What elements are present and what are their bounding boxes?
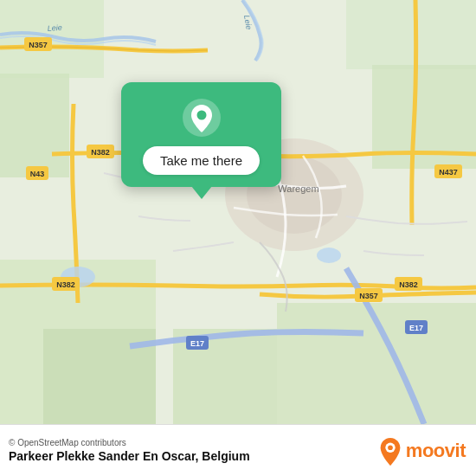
moovit-logo: moovit (378, 436, 466, 466)
place-name: Parkeer Plekke Sander En Oscar, Belgium (9, 449, 250, 463)
svg-text:N437: N437 (439, 168, 458, 177)
bottom-info: © OpenStreetMap contributors Parkeer Ple… (9, 438, 250, 463)
svg-text:Leie: Leie (47, 23, 62, 33)
map-container: N357 N382 N43 N382 N357 N437 E17 E17 N38… (0, 0, 476, 424)
moovit-brand-text: moovit (406, 440, 466, 462)
location-popup[interactable]: Take me there (121, 82, 281, 187)
moovit-pin-icon (378, 436, 402, 466)
bottom-bar: © OpenStreetMap contributors Parkeer Ple… (0, 424, 476, 476)
svg-text:E17: E17 (190, 339, 204, 348)
svg-text:E17: E17 (409, 324, 423, 332)
svg-point-37 (388, 445, 393, 450)
svg-text:Waregem: Waregem (278, 183, 318, 194)
svg-point-35 (196, 111, 206, 120)
svg-text:N43: N43 (30, 170, 45, 178)
take-me-there-button[interactable]: Take me there (143, 146, 260, 175)
osm-attribution: © OpenStreetMap contributors (9, 438, 250, 447)
svg-rect-3 (346, 0, 476, 69)
svg-point-12 (317, 248, 341, 263)
pin-icon (182, 98, 222, 138)
svg-text:N357: N357 (359, 292, 378, 300)
svg-text:N382: N382 (56, 280, 75, 289)
svg-rect-2 (0, 74, 69, 177)
moovit-text-black: moov (406, 440, 455, 461)
svg-text:N382: N382 (91, 148, 110, 157)
svg-text:N382: N382 (399, 280, 418, 289)
moovit-text-orange: it (455, 440, 466, 461)
map-background: N357 N382 N43 N382 N357 N437 E17 E17 N38… (0, 0, 476, 424)
svg-text:N357: N357 (29, 41, 48, 49)
